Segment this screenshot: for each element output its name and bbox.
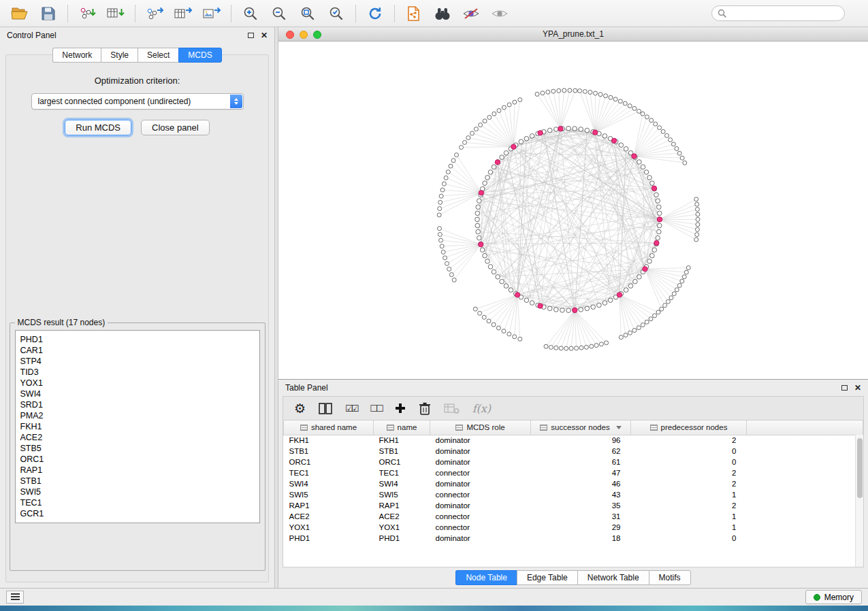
table-row[interactable]: FKH1FKH1dominator962 <box>284 435 863 446</box>
table-cell[interactable]: STB1 <box>374 446 430 457</box>
select-all-button[interactable]: ☑☑ <box>345 399 357 417</box>
table-cell[interactable]: PHD1 <box>374 533 430 544</box>
table-cell[interactable]: 18 <box>531 533 631 544</box>
table-cell[interactable]: STB1 <box>284 446 374 457</box>
network-canvas-wrap[interactable] <box>278 42 868 379</box>
close-window-icon[interactable] <box>286 31 294 39</box>
table-cell[interactable]: SWI4 <box>284 478 374 489</box>
table-row[interactable]: PHD1PHD1dominator180 <box>284 533 863 544</box>
close-panel-action-button[interactable]: Close panel <box>141 120 210 135</box>
table-tab-motifs[interactable]: Motifs <box>649 570 691 585</box>
run-mcds-button[interactable]: Run MCDS <box>65 120 131 135</box>
mcds-result-item[interactable]: ACE2 <box>20 432 255 443</box>
table-row[interactable]: STB1STB1dominator620 <box>284 446 863 457</box>
table-cell[interactable]: ORC1 <box>374 457 430 467</box>
tab-network[interactable]: Network <box>52 48 101 63</box>
import-table-button[interactable] <box>101 2 130 25</box>
table-cell[interactable]: dominator <box>430 533 531 544</box>
open-file-button[interactable] <box>5 2 34 25</box>
table-settings-button[interactable]: ⚙ <box>294 399 306 417</box>
table-tab-edge-table[interactable]: Edge Table <box>517 570 577 585</box>
table-cell[interactable]: 1 <box>631 489 747 500</box>
table-row[interactable]: YOX1YOX1connector291 <box>284 522 863 533</box>
table-tab-node-table[interactable]: Node Table <box>455 570 517 585</box>
table-cell[interactable]: 0 <box>631 457 747 467</box>
mcds-result-item[interactable]: STP4 <box>20 356 255 367</box>
column-menu-icon[interactable] <box>616 426 622 429</box>
table-cell[interactable]: 0 <box>631 533 747 544</box>
mcds-result-item[interactable]: FKH1 <box>20 421 255 432</box>
table-cell[interactable]: SWI5 <box>374 489 430 500</box>
table-cell[interactable]: 31 <box>531 511 631 522</box>
table-cell[interactable]: connector <box>430 489 531 500</box>
table-cell[interactable]: SWI5 <box>284 489 374 500</box>
search-field[interactable] <box>711 5 845 21</box>
table-row[interactable]: RAP1RAP1dominator352 <box>284 500 863 511</box>
float-table-panel-button[interactable] <box>841 385 848 391</box>
table-tab-network-table[interactable]: Network Table <box>577 570 649 585</box>
export-table-button[interactable] <box>169 2 197 25</box>
table-cell[interactable]: 2 <box>631 500 747 511</box>
close-panel-button[interactable]: ✕ <box>261 31 268 40</box>
table-row[interactable]: SWI4SWI4dominator462 <box>284 478 863 489</box>
table-row[interactable]: ORC1ORC1dominator610 <box>284 457 863 467</box>
table-cell[interactable]: SWI4 <box>374 478 430 489</box>
show-all-button[interactable] <box>485 2 514 25</box>
table-cell[interactable]: dominator <box>430 457 531 467</box>
table-cell[interactable]: 29 <box>531 522 631 533</box>
float-panel-button[interactable] <box>248 33 254 38</box>
table-cell[interactable]: ORC1 <box>284 457 374 467</box>
show-columns-button[interactable] <box>319 399 332 417</box>
zoom-out-button[interactable] <box>265 2 293 25</box>
delete-column-button[interactable] <box>419 399 431 417</box>
mcds-result-item[interactable]: PHD1 <box>20 334 255 345</box>
mcds-result-item[interactable]: SWI4 <box>20 389 255 399</box>
mcds-result-item[interactable]: GCR1 <box>20 508 255 519</box>
close-table-panel-button[interactable]: ✕ <box>854 383 861 393</box>
save-session-button[interactable] <box>34 2 63 25</box>
table-row[interactable]: ACE2ACE2connector311 <box>284 511 863 522</box>
table-cell[interactable]: connector <box>430 522 531 533</box>
table-cell[interactable]: 35 <box>531 500 631 511</box>
add-column-button[interactable] <box>395 399 406 417</box>
task-history-button[interactable] <box>6 591 24 604</box>
tab-select[interactable]: Select <box>138 48 178 63</box>
table-cell[interactable]: 96 <box>531 435 631 446</box>
table-cell[interactable]: YOX1 <box>374 522 430 533</box>
table-cell[interactable]: dominator <box>430 435 531 446</box>
zoom-selected-button[interactable] <box>322 2 351 25</box>
table-cell[interactable]: 2 <box>631 467 747 478</box>
search-input[interactable] <box>730 9 839 18</box>
refresh-view-button[interactable] <box>361 2 389 25</box>
table-row[interactable]: SWI5SWI5connector431 <box>284 489 863 500</box>
zoom-in-button[interactable] <box>236 2 265 25</box>
table-cell[interactable]: 0 <box>631 446 747 457</box>
mcds-result-item[interactable]: TID3 <box>20 367 255 378</box>
mcds-result-item[interactable]: STB1 <box>20 476 255 486</box>
table-cell[interactable]: 2 <box>631 435 747 446</box>
column-header[interactable]: name <box>374 420 430 435</box>
mcds-result-item[interactable]: STB5 <box>20 443 255 454</box>
column-header[interactable]: shared name <box>284 420 374 435</box>
table-cell[interactable]: TEC1 <box>284 467 374 478</box>
criterion-select[interactable]: largest connected component (undirected) <box>31 93 244 110</box>
table-cell[interactable]: 61 <box>531 457 631 467</box>
table-cell[interactable]: TEC1 <box>374 467 430 478</box>
tab-mcds[interactable]: MCDS <box>178 48 221 63</box>
table-cell[interactable]: ACE2 <box>284 511 374 522</box>
column-header[interactable]: predecessor nodes <box>631 420 747 435</box>
table-cell[interactable]: YOX1 <box>284 522 374 533</box>
table-cell[interactable]: PHD1 <box>284 533 374 544</box>
table-cell[interactable]: RAP1 <box>374 500 430 511</box>
table-cell[interactable]: 47 <box>531 467 631 478</box>
table-cell[interactable]: FKH1 <box>374 435 430 446</box>
table-cell[interactable]: 1 <box>631 522 747 533</box>
memory-button[interactable]: Memory <box>805 590 862 604</box>
mcds-result-item[interactable]: CAR1 <box>20 345 255 356</box>
hide-selected-button[interactable] <box>457 2 485 25</box>
clone-network-button[interactable] <box>400 2 428 25</box>
table-cell[interactable]: FKH1 <box>284 435 374 446</box>
minimize-window-icon[interactable] <box>300 31 308 39</box>
table-cell[interactable]: 62 <box>531 446 631 457</box>
table-cell[interactable]: connector <box>430 467 531 478</box>
